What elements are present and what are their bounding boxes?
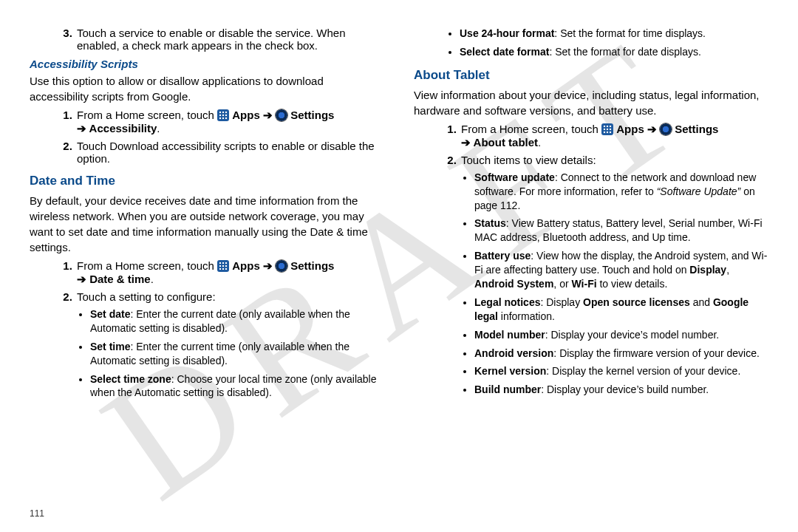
top-bullet: Use 24-hour format: Set the format for t… <box>460 27 768 41</box>
settings-icon <box>276 109 287 121</box>
about-bullet: Build number: Display your device’s buil… <box>474 383 768 397</box>
about-bullet: Kernel version: Display the kernel versi… <box>474 364 768 378</box>
dt-bullet: Select time zone: Choose your local time… <box>90 372 384 400</box>
about-step-1: From a Home screen, touch Apps ➔ Setting… <box>460 123 768 149</box>
settings-icon <box>660 123 672 135</box>
left-column: Touch a service to enable or disable the… <box>30 22 384 404</box>
dt-step-1: From a Home screen, touch Apps ➔ Setting… <box>75 259 384 286</box>
dt-step-2: Touch a setting to configure: <box>75 290 384 303</box>
dt-bullet: Set date: Enter the current date (only a… <box>90 307 384 335</box>
heading-date-time: Date and Time <box>30 174 384 188</box>
apps-icon <box>217 109 229 121</box>
settings-icon <box>276 260 287 272</box>
acc-step-2: Touch Download accessibility scripts to … <box>75 140 384 165</box>
apps-icon <box>217 260 229 272</box>
about-bullet: Android version: Display the firmware ve… <box>474 347 768 361</box>
step-3: Touch a service to enable or disable the… <box>75 27 384 52</box>
about-step-2: Touch items to view details: <box>460 154 768 166</box>
top-bullet: Select date format: Set the format for d… <box>460 45 768 59</box>
dt-bullet: Set time: Enter the current time (only a… <box>90 340 384 368</box>
about-bullet: Legal notices: Display Open source licen… <box>474 296 768 324</box>
about-bullet: Model number: Display your device’s mode… <box>474 328 768 342</box>
heading-about-tablet: About Tablet <box>414 68 768 83</box>
about-intro: View information about your device, incl… <box>414 87 768 118</box>
about-bullet: Software update: Connect to the network … <box>474 171 768 213</box>
acc-step-1: From a Home screen, touch Apps ➔ Setting… <box>75 109 384 135</box>
right-column: Use 24-hour format: Set the format for t… <box>414 22 768 404</box>
page-number: 111 <box>30 508 44 519</box>
dt-intro: By default, your device receives date an… <box>30 193 384 255</box>
about-bullet: Status: View Battery status, Battery lev… <box>474 216 768 245</box>
acc-intro: Use this option to allow or disallow app… <box>30 73 384 104</box>
about-bullet: Battery use: View how the display, the A… <box>474 249 768 291</box>
heading-accessibility-scripts: Accessibility Scripts <box>30 58 384 70</box>
apps-icon <box>601 123 613 135</box>
